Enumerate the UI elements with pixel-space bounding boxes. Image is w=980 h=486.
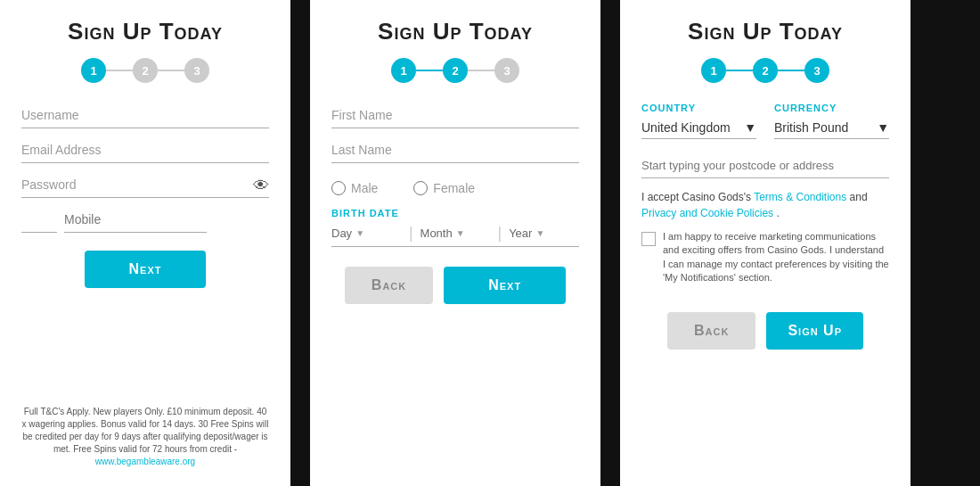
panel2-btn-row: Back Next (345, 258, 566, 304)
accept-row: I accept Casino Gods's Terms & Condition… (641, 189, 889, 221)
mobile-input[interactable] (64, 207, 207, 233)
country-label: Country (641, 103, 756, 113)
lastname-input[interactable] (331, 137, 579, 163)
next-button-2[interactable]: Next (444, 267, 566, 304)
birth-date-row: Day ▼ | Month ▼ | Year ▼ (331, 224, 579, 247)
username-field (21, 103, 269, 128)
year-chevron: ▼ (535, 228, 544, 238)
step-3-circle[interactable]: 3 (184, 58, 209, 83)
marketing-row: I am happy to receive marketing communic… (641, 230, 889, 285)
postcode-input[interactable] (641, 153, 889, 178)
step2-3-circle[interactable]: 3 (494, 58, 519, 83)
country-select[interactable]: United Kingdom ▼ (641, 117, 756, 139)
mobile-code-field: 44 (21, 207, 57, 233)
gender-row: Male Female (331, 181, 579, 195)
terms-text-1: Full T&C's Apply. New players Only. £10 … (21, 406, 269, 468)
step3-3-circle[interactable]: 3 (804, 58, 829, 83)
country-value: United Kingdom (641, 120, 731, 135)
back-button-2[interactable]: Back (345, 267, 433, 304)
username-input[interactable] (21, 103, 269, 128)
divider-1 (290, 0, 310, 486)
panel1-title: Sign Up Today (68, 18, 223, 45)
month-label: Month (421, 227, 453, 240)
birth-sep-1: | (409, 224, 413, 243)
country-chevron: ▼ (744, 120, 756, 135)
password-input[interactable] (21, 172, 269, 198)
gender-female-text: Female (433, 181, 475, 195)
step-line-12 (106, 70, 133, 71)
panel3-title: Sign Up Today (688, 18, 843, 45)
next-button-1[interactable]: Next (85, 251, 207, 288)
firstname-field (331, 103, 579, 128)
gender-male-radio[interactable] (331, 181, 346, 195)
signup-button[interactable]: Sign Up (766, 312, 863, 350)
step-line-23 (158, 70, 184, 71)
gender-male-label[interactable]: Male (331, 181, 378, 195)
panel-step3: Sign Up Today 1 2 3 Country United Kingd… (620, 0, 911, 486)
step-indicator-2: 1 2 3 (391, 58, 519, 83)
firstname-input[interactable] (331, 103, 579, 128)
day-label: Day (331, 227, 352, 240)
country-currency-row: Country United Kingdom ▼ Currency Britis… (641, 103, 889, 139)
panel3-btn-row: Back Sign Up (667, 303, 863, 350)
day-select[interactable]: Day ▼ (331, 224, 402, 243)
country-code-input[interactable]: 44 (21, 207, 57, 233)
password-field: 👁 (21, 172, 269, 198)
begamble-link[interactable]: www.begambleaware.org (95, 457, 195, 466)
step2-2-circle[interactable]: 2 (443, 58, 468, 83)
step-indicator-3: 1 2 3 (701, 58, 829, 83)
step3-2-circle[interactable]: 2 (753, 58, 778, 83)
accept-period: . (776, 207, 779, 219)
lastname-field (331, 137, 579, 163)
gender-female-label[interactable]: Female (413, 181, 475, 195)
gender-male-text: Male (351, 181, 378, 195)
panel-step1: Sign Up Today 1 2 3 👁 44 Next Full T&C's… (0, 0, 290, 486)
gender-female-radio[interactable] (413, 181, 428, 195)
panel-step2: Sign Up Today 1 2 3 Male Female Birth Da… (310, 0, 600, 486)
country-group: Country United Kingdom ▼ (641, 103, 756, 139)
currency-select[interactable]: British Pound ▼ (774, 117, 889, 139)
currency-group: Currency British Pound ▼ (774, 103, 889, 139)
email-field (21, 137, 269, 163)
mobile-row: 44 (21, 207, 269, 233)
birth-date-label: Birth Date (331, 208, 579, 218)
step2-1-circle[interactable]: 1 (391, 58, 416, 83)
step-1-circle[interactable]: 1 (81, 58, 106, 83)
eye-icon[interactable]: 👁 (253, 176, 269, 194)
step-2-circle[interactable]: 2 (133, 58, 158, 83)
email-input[interactable] (21, 137, 269, 163)
marketing-text: I am happy to receive marketing communic… (663, 230, 889, 285)
month-chevron: ▼ (456, 228, 465, 238)
mobile-number-field (64, 207, 207, 233)
year-label: Year (509, 227, 532, 240)
back-button-3[interactable]: Back (667, 312, 755, 350)
birth-sep-2: | (497, 224, 502, 243)
marketing-checkbox[interactable] (641, 232, 656, 246)
accept-and: and (850, 191, 868, 203)
month-select[interactable]: Month ▼ (421, 224, 491, 243)
currency-value: British Pound (774, 120, 848, 135)
currency-chevron: ▼ (877, 120, 889, 135)
step2-line-23 (468, 70, 494, 71)
step2-line-12 (416, 70, 443, 71)
currency-label: Currency (774, 103, 889, 113)
step3-1-circle[interactable]: 1 (701, 58, 726, 83)
step3-line-23 (778, 70, 804, 71)
day-chevron: ▼ (355, 228, 364, 238)
year-select[interactable]: Year ▼ (509, 224, 579, 243)
tcs-link[interactable]: Terms & Conditions (754, 191, 846, 203)
panel2-title: Sign Up Today (378, 18, 533, 45)
privacy-link[interactable]: Privacy and Cookie Policies (641, 207, 773, 219)
divider-2 (600, 0, 620, 486)
step3-line-12 (726, 70, 753, 71)
accept-prefix: I accept Casino Gods's (641, 191, 754, 203)
step-indicator-1: 1 2 3 (81, 58, 209, 83)
password-wrapper: 👁 (21, 172, 269, 198)
